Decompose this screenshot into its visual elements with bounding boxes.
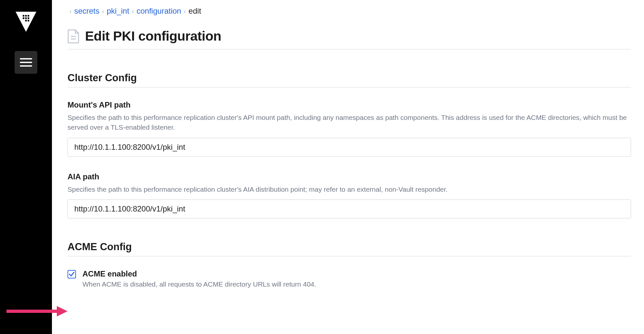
sidebar xyxy=(0,0,52,334)
svg-marker-0 xyxy=(16,12,36,32)
page-header: Edit PKI configuration xyxy=(68,29,631,49)
breadcrumb-current: edit xyxy=(189,6,201,16)
page-title: Edit PKI configuration xyxy=(85,29,221,44)
aia-path-description: Specifies the path to this performance r… xyxy=(68,185,631,194)
chevron-left-icon: ‹ xyxy=(102,7,104,15)
breadcrumb-configuration[interactable]: configuration xyxy=(137,6,181,16)
chevron-left-icon: ‹ xyxy=(184,7,186,15)
breadcrumb-secrets[interactable]: secrets xyxy=(74,6,99,16)
mount-api-path-description: Specifies the path to this performance r… xyxy=(68,113,631,133)
menu-button[interactable] xyxy=(15,51,37,74)
svg-rect-10 xyxy=(20,62,32,63)
mount-api-path-input[interactable] xyxy=(68,138,631,157)
acme-enabled-checkbox[interactable] xyxy=(68,270,76,278)
acme-enabled-description: When ACME is disabled, all requests to A… xyxy=(82,280,316,288)
svg-rect-9 xyxy=(20,58,32,59)
breadcrumb-pki-int[interactable]: pki_int xyxy=(107,6,129,16)
svg-rect-1 xyxy=(23,15,24,17)
svg-rect-5 xyxy=(25,18,27,19)
main-content: ‹ secrets ‹ pki_int ‹ configuration ‹ ed… xyxy=(52,0,644,334)
acme-enabled-row: ACME enabled When ACME is disabled, all … xyxy=(68,269,631,288)
check-icon xyxy=(69,272,75,277)
svg-rect-2 xyxy=(25,15,27,17)
svg-rect-7 xyxy=(25,20,27,21)
cluster-config-heading: Cluster Config xyxy=(68,72,631,87)
svg-rect-8 xyxy=(28,20,29,21)
mount-api-path-label: Mount's API path xyxy=(68,100,631,109)
aia-path-field: AIA path Specifies the path to this perf… xyxy=(68,172,631,218)
svg-rect-11 xyxy=(20,65,32,67)
mount-api-path-field: Mount's API path Specifies the path to t… xyxy=(68,100,631,157)
svg-rect-3 xyxy=(28,15,29,17)
chevron-left-icon: ‹ xyxy=(132,7,134,15)
breadcrumb: ‹ secrets ‹ pki_int ‹ configuration ‹ ed… xyxy=(69,6,631,16)
svg-rect-6 xyxy=(28,18,29,19)
aia-path-input[interactable] xyxy=(68,199,631,218)
acme-enabled-label: ACME enabled xyxy=(82,269,316,278)
document-icon xyxy=(68,29,79,44)
vault-logo xyxy=(14,10,38,33)
aia-path-label: AIA path xyxy=(68,172,631,181)
acme-config-heading: ACME Config xyxy=(68,241,631,256)
hamburger-icon xyxy=(20,58,32,67)
chevron-left-icon: ‹ xyxy=(69,7,72,15)
svg-rect-4 xyxy=(23,18,24,19)
